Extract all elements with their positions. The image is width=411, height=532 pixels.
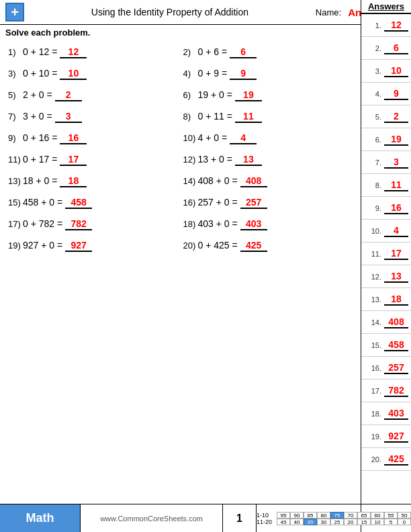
problem-number: 5) [8,90,23,100]
score-cell: 35 [304,519,317,525]
problem-answer: 425 [240,240,267,252]
problem-answer: 13 [235,154,262,166]
answer-items-list: 1. 122. 63. 104. 95. 26. 197. 38. 119. 1… [361,14,411,471]
problem-answer: 18 [60,175,87,187]
answer-item-value: 782 [384,385,408,397]
answer-item: 1. 12 [361,14,411,37]
answer-item: 20. 425 [361,448,411,471]
answer-item-value: 19 [384,134,408,146]
problem-number: 7) [8,112,23,122]
answer-item-value: 2 [384,111,408,123]
answer-item-value: 408 [384,316,408,328]
problem-expression: 927 + 0 = [23,240,62,251]
answer-item-value: 13 [384,271,408,283]
problem-expression: 0 + 6 = [198,46,228,57]
problem-row: 11) 0 + 17 = 17 [5,149,181,171]
score-row: 1-1095908580757065605550 [257,512,411,519]
problem-answer: 17 [60,154,87,166]
problem-number: 6) [183,90,198,100]
problem-answer: 927 [65,240,92,252]
answer-item-value: 18 [384,294,408,306]
answer-item-number: 6. [369,136,381,144]
problem-number: 3) [8,69,23,79]
page-footer: Math www.CommonCoreSheets.com 1 1-109590… [0,504,411,532]
answer-item: 8. 11 [361,174,411,197]
problem-number: 14) [183,176,198,186]
answer-item-value: 403 [384,408,408,420]
problem-number: 4) [183,69,198,79]
problem-row: 19) 927 + 0 = 927 [5,235,181,257]
instruction-text: Solve each problem. [5,28,355,38]
answer-item-value: 927 [384,431,408,443]
problem-answer: 403 [240,218,267,230]
problem-answer: 11 [235,111,262,123]
answer-item-value: 17 [384,248,408,260]
problem-number: 12) [183,154,198,165]
problem-expression: 18 + 0 = [23,175,57,186]
score-cell: 45 [277,519,290,525]
score-cell: 85 [304,512,317,519]
answer-item-number: 15. [369,341,381,349]
problem-number: 10) [183,133,198,143]
problem-number: 17) [8,219,23,229]
answer-item-number: 14. [369,318,381,326]
score-range-label: 1-10 [257,512,277,519]
problem-answer: 458 [65,197,92,209]
answer-item-number: 8. [369,181,381,189]
problem-expression: 403 + 0 = [198,218,238,229]
score-cell: 95 [277,512,290,519]
problem-answer: 10 [60,68,87,80]
answer-item-number: 17. [369,387,381,395]
problem-expression: 0 + 17 = [23,154,57,165]
answer-item-number: 7. [369,159,381,167]
answer-item: 13. 18 [361,288,411,311]
answer-item-number: 3. [369,67,381,75]
answer-item: 3. 10 [361,60,411,83]
answer-item-number: 9. [369,204,381,212]
answer-item: 15. 458 [361,334,411,357]
answer-column: Answers 1. 122. 63. 104. 95. 26. 197. 38… [361,0,411,532]
problem-row: 1) 0 + 12 = 12 [5,42,181,63]
score-cell: 70 [344,512,357,519]
problem-row: 8) 0 + 11 = 11 [181,106,356,128]
answer-item-value: 3 [384,157,408,169]
problem-expression: 0 + 425 = [198,240,238,251]
problem-row: 13) 18 + 0 = 18 [5,171,181,192]
score-cell: 25 [330,519,344,525]
answer-item: 7. 3 [361,151,411,174]
problem-row: 9) 0 + 16 = 16 [5,128,181,149]
problem-expression: 13 + 0 = [198,154,232,165]
answer-item-value: 4 [384,225,408,237]
answer-item-number: 11. [369,250,381,258]
score-cell: 40 [290,519,304,525]
footer-math-label: Math [0,504,81,532]
score-cell: 5 [384,519,398,525]
answer-item-value: 11 [384,179,408,191]
answer-item-number: 1. [369,21,381,30]
problem-answer: 2 [55,89,82,101]
problem-expression: 0 + 12 = [23,46,57,57]
problem-row: 18) 403 + 0 = 403 [181,214,356,235]
problem-answer: 4 [230,132,257,144]
answer-item-value: 458 [384,339,408,351]
answer-item: 11. 17 [361,242,411,265]
answer-item-number: 10. [369,227,381,235]
problem-row: 10) 4 + 0 = 4 [181,128,356,149]
score-cell: 30 [317,519,330,525]
answer-item-number: 16. [369,364,381,372]
answer-item-value: 12 [384,19,408,32]
problem-answer: 257 [240,197,267,209]
page-title: Using the Identity Property of Addition [24,7,316,17]
problem-row: 12) 13 + 0 = 13 [181,149,356,171]
problem-expression: 3 + 0 = [23,111,52,122]
problem-number: 11) [8,154,23,165]
problem-row: 16) 257 + 0 = 257 [181,192,356,214]
score-cell: 90 [290,512,304,519]
problem-row: 15) 458 + 0 = 458 [5,192,181,214]
problem-expression: 0 + 11 = [198,111,232,122]
answer-item-number: 13. [369,296,381,304]
score-cell: 80 [317,512,330,519]
name-label: Name: [316,7,341,17]
problem-number: 8) [183,112,198,122]
answer-item: 14. 408 [361,311,411,334]
